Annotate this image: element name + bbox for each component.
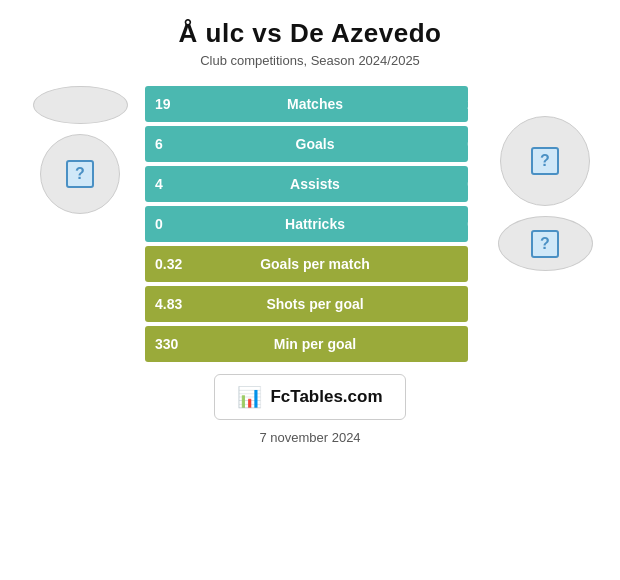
- left-avatar-top: [33, 86, 128, 124]
- stat-value-left: 4.83: [145, 296, 195, 312]
- stat-label: Min per goal: [274, 336, 356, 352]
- stat-label: Shots per goal: [266, 296, 363, 312]
- right-question-mark-top: ?: [531, 147, 559, 175]
- stat-value-left: 330: [145, 336, 195, 352]
- stat-row: 19Matches2: [145, 86, 485, 122]
- right-avatar-bottom: ?: [498, 216, 593, 271]
- stat-row: 4.83Shots per goal: [145, 286, 485, 322]
- footer: 📊 FcTables.com 7 november 2024: [0, 362, 620, 457]
- stat-value-right: 0: [467, 136, 475, 152]
- stat-value-left: 19: [145, 96, 195, 112]
- stat-value-right: 0: [467, 176, 475, 192]
- stat-value-left: 0: [145, 216, 195, 232]
- right-question-mark-bottom: ?: [531, 230, 559, 258]
- stat-row: 0.32Goals per match: [145, 246, 485, 282]
- stat-label: Goals: [296, 136, 335, 152]
- stat-label: Matches: [287, 96, 343, 112]
- stat-value-left: 4: [145, 176, 195, 192]
- page-title: Å ulc vs De Azevedo: [10, 18, 610, 49]
- header: Å ulc vs De Azevedo Club competitions, S…: [0, 0, 620, 76]
- stats-table: 19Matches26Goals04Assists00Hattricks00.3…: [145, 86, 485, 362]
- subtitle: Club competitions, Season 2024/2025: [10, 53, 610, 68]
- stat-label: Hattricks: [285, 216, 345, 232]
- stat-label: Assists: [290, 176, 340, 192]
- stat-row: 4Assists0: [145, 166, 485, 202]
- main-area: ? 19Matches26Goals04Assists00Hattricks00…: [0, 76, 620, 362]
- stat-value-right: 2: [467, 96, 475, 112]
- stat-value-left: 6: [145, 136, 195, 152]
- badge-label: FcTables.com: [270, 387, 382, 407]
- right-avatars: ? ?: [495, 116, 595, 271]
- right-avatar-top: ?: [500, 116, 590, 206]
- stat-label: Goals per match: [260, 256, 370, 272]
- chart-icon: 📊: [237, 385, 262, 409]
- stat-value-left: 0.32: [145, 256, 195, 272]
- stat-value-right: 0: [467, 216, 475, 232]
- date-footer: 7 november 2024: [12, 430, 608, 445]
- left-avatars: ?: [25, 86, 135, 214]
- fctables-badge: 📊 FcTables.com: [214, 374, 405, 420]
- stat-row: 330Min per goal: [145, 326, 485, 362]
- left-avatar-bottom: ?: [40, 134, 120, 214]
- stat-row: 6Goals0: [145, 126, 485, 162]
- left-question-mark: ?: [66, 160, 94, 188]
- stat-row: 0Hattricks0: [145, 206, 485, 242]
